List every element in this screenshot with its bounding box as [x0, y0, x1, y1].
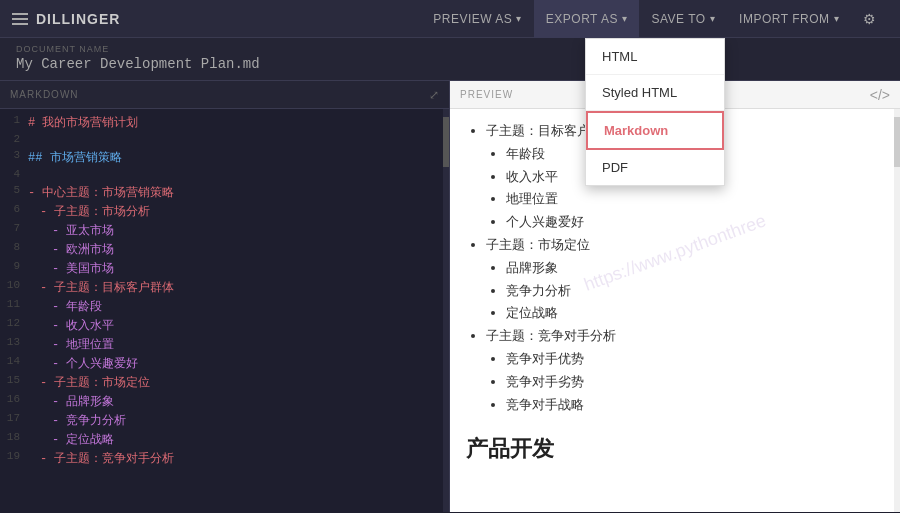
document-area: DOCUMENT NAME My Career Development Plan… [0, 38, 900, 81]
export-markdown-item[interactable]: Markdown [586, 111, 724, 150]
markdown-header: MARKDOWN ⤢ [0, 81, 449, 109]
line-19: 19 - 子主题：竞争对手分析 [0, 449, 449, 468]
brand: DILLINGER [12, 11, 120, 27]
sub-list: 品牌形象 竞争力分析 定位战略 [486, 258, 884, 324]
line-10: 10 - 子主题：目标客户群体 [0, 278, 449, 297]
save-to-button[interactable]: SAVE TO ▾ [639, 0, 727, 38]
line-2: 2 [0, 132, 449, 148]
hamburger-menu[interactable] [12, 13, 28, 25]
expand-button[interactable]: ⤢ [429, 88, 439, 102]
line-5: 5 - 中心主题：市场营销策略 [0, 183, 449, 202]
export-dropdown[interactable]: HTML Styled HTML Markdown PDF [585, 38, 725, 186]
line-8: 8 - 欧洲市场 [0, 240, 449, 259]
markdown-label: MARKDOWN [10, 89, 79, 100]
preview-scrollbar[interactable] [894, 109, 900, 512]
list-item: 子主题：市场定位 品牌形象 竞争力分析 定位战略 [486, 235, 884, 324]
markdown-panel: MARKDOWN ⤢ 1 # 我的市场营销计划 2 3 ## 市场营销策略 4 [0, 81, 450, 512]
line-1: 1 # 我的市场营销计划 [0, 113, 449, 132]
preview-label: PREVIEW [460, 89, 513, 100]
line-4: 4 [0, 167, 449, 183]
settings-button[interactable]: ⚙ [851, 0, 888, 38]
export-as-button[interactable]: EXPORT AS ▾ [534, 0, 640, 38]
export-styled-html-item[interactable]: Styled HTML [586, 75, 724, 111]
editor-content[interactable]: 1 # 我的市场营销计划 2 3 ## 市场营销策略 4 5 - 中心主题：市场… [0, 109, 449, 512]
doc-label: DOCUMENT NAME [16, 44, 884, 54]
line-16: 16 - 品牌形象 [0, 392, 449, 411]
line-14: 14 - 个人兴趣爱好 [0, 354, 449, 373]
line-11: 11 - 年龄段 [0, 297, 449, 316]
export-as-arrow: ▾ [622, 13, 628, 24]
navbar: DILLINGER PREVIEW AS ▾ EXPORT AS ▾ SAVE … [0, 0, 900, 38]
line-15: 15 - 子主题：市场定位 [0, 373, 449, 392]
import-from-arrow: ▾ [834, 13, 840, 24]
editor-scrollbar[interactable] [443, 109, 449, 512]
line-17: 17 - 竞争力分析 [0, 411, 449, 430]
preview-as-arrow: ▾ [516, 13, 522, 24]
export-html-item[interactable]: HTML [586, 39, 724, 75]
import-from-button[interactable]: IMPORT FROM ▾ [727, 0, 851, 38]
sub-list: 竞争对手优势 竞争对手劣势 竞争对手战略 [486, 349, 884, 415]
line-7: 7 - 亚太市场 [0, 221, 449, 240]
line-18: 18 - 定位战略 [0, 430, 449, 449]
doc-name: My Career Development Plan.md [16, 56, 884, 72]
code-view-button[interactable]: </> [870, 87, 890, 103]
line-13: 13 - 地理位置 [0, 335, 449, 354]
export-pdf-item[interactable]: PDF [586, 150, 724, 185]
preview-big-heading: 产品开发 [466, 431, 884, 466]
preview-scrollbar-thumb[interactable] [894, 117, 900, 167]
app-title: DILLINGER [36, 11, 120, 27]
line-9: 9 - 美国市场 [0, 259, 449, 278]
preview-as-button[interactable]: PREVIEW AS ▾ [421, 0, 534, 38]
line-12: 12 - 收入水平 [0, 316, 449, 335]
line-6: 6 - 子主题：市场分析 [0, 202, 449, 221]
list-item: 子主题：竞争对手分析 竞争对手优势 竞争对手劣势 竞争对手战略 [486, 326, 884, 415]
editor-scrollbar-thumb[interactable] [443, 117, 449, 167]
main-area: MARKDOWN ⤢ 1 # 我的市场营销计划 2 3 ## 市场营销策略 4 [0, 81, 900, 512]
line-3: 3 ## 市场营销策略 [0, 148, 449, 167]
save-to-arrow: ▾ [710, 13, 716, 24]
